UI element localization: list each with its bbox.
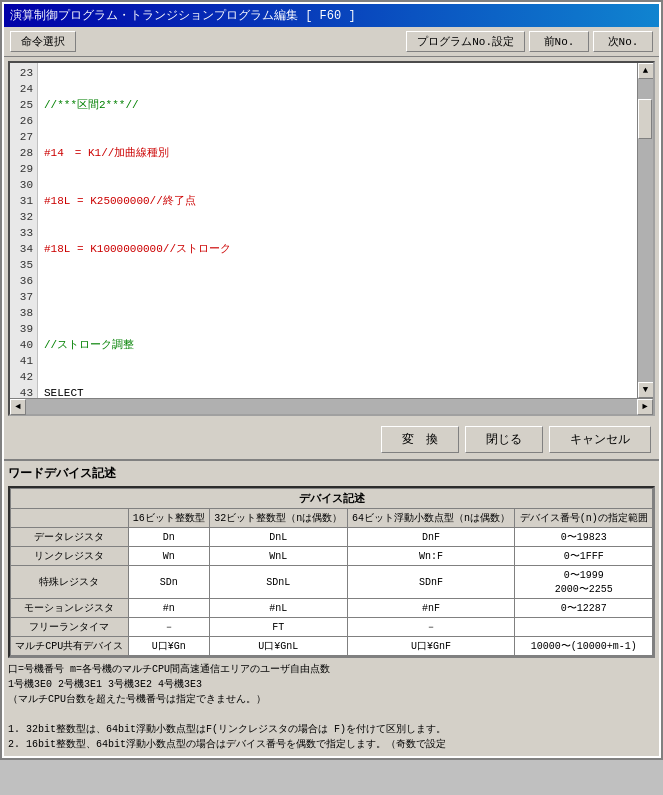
col-32bit: 32ビット整数型（nは偶数）	[209, 509, 347, 528]
cell-ft2: FT	[209, 618, 347, 637]
cell-dnf: DnF	[347, 528, 515, 547]
line-num-26: 26	[14, 113, 33, 129]
line-num-39: 39	[14, 321, 33, 337]
line-num-29: 29	[14, 161, 33, 177]
line-num-24: 24	[14, 81, 33, 97]
scroll-up-button[interactable]: ▲	[638, 63, 654, 79]
line-num-28: 28	[14, 145, 33, 161]
note-line-2: 1号機3E0 2号機3E1 3号機3E2 4号機3E3	[8, 677, 655, 692]
program-no-button[interactable]: プログラムNo.設定	[406, 31, 525, 52]
prev-no-button[interactable]: 前No.	[529, 31, 589, 52]
editor-inner: 23 24 25 26 27 28 29 30 31 32 33 34	[10, 63, 653, 398]
cell-sdnf: SDnF	[347, 566, 515, 599]
cell-range-2: 0〜1FFF	[515, 547, 653, 566]
cell-hashtagn: #n	[128, 599, 209, 618]
line-num-32: 32	[14, 209, 33, 225]
line-num-37: 37	[14, 289, 33, 305]
col-16bit: 16ビット整数型	[128, 509, 209, 528]
window-title: 演算制御プログラム・トランジションプログラム編集 [ F60 ]	[10, 7, 356, 24]
line-num-41: 41	[14, 353, 33, 369]
line-num-36: 36	[14, 273, 33, 289]
cell-hashtagnf: #nF	[347, 599, 515, 618]
note-line-3: （マルチCPU台数を超えた号機番号は指定できません。）	[8, 692, 655, 707]
row-data-register: データレジスタ	[11, 528, 129, 547]
row-motion-register: モーションレジスタ	[11, 599, 129, 618]
main-window: 演算制御プログラム・トランジションプログラム編集 [ F60 ] 命令選択 プロ…	[0, 0, 663, 760]
code-scroll-area[interactable]: 23 24 25 26 27 28 29 30 31 32 33 34	[10, 63, 637, 398]
cell-dn: Dn	[128, 528, 209, 547]
note-line-5: 2. 16bit整数型、64bit浮動小数点型の場合はデバイス番号を偶数で指定し…	[8, 737, 655, 752]
cancel-button[interactable]: キャンセル	[549, 426, 651, 453]
line-num-38: 38	[14, 305, 33, 321]
note-line-1: 口=号機番号 m=各号機のマルチCPU間高速通信エリアのユーザ自由点数	[8, 662, 655, 677]
col-device-name	[11, 509, 129, 528]
line-num-25: 25	[14, 97, 33, 113]
cell-wn: Wn	[128, 547, 209, 566]
cell-range-3: 0〜19992000〜2255	[515, 566, 653, 599]
code-line-27	[44, 289, 631, 305]
next-no-button[interactable]: 次No.	[593, 31, 653, 52]
table-row: モーションレジスタ #n #nL #nF 0〜12287	[11, 599, 653, 618]
cell-wnf: Wn:F	[347, 547, 515, 566]
code-area: 23 24 25 26 27 28 29 30 31 32 33 34	[10, 63, 637, 398]
note-gap	[8, 707, 655, 722]
code-line-23: //***区間2***//	[44, 97, 631, 113]
line-num-27: 27	[14, 129, 33, 145]
vertical-scrollbar[interactable]: ▲ ▼	[637, 63, 653, 398]
cell-wnl: WnL	[209, 547, 347, 566]
line-num-31: 31	[14, 193, 33, 209]
panel-title: ワードデバイス記述	[8, 465, 655, 482]
line-num-33: 33	[14, 225, 33, 241]
scroll-track[interactable]	[638, 79, 653, 382]
scroll-thumb[interactable]	[638, 99, 652, 139]
row-link-register: リンクレジスタ	[11, 547, 129, 566]
code-line-26: #18L = K1000000000//ストローク	[44, 241, 631, 257]
line-num-42: 42	[14, 369, 33, 385]
cell-ft3: －	[347, 618, 515, 637]
horizontal-scrollbar[interactable]: ◄ ►	[10, 398, 653, 414]
line-num-40: 40	[14, 337, 33, 353]
row-special-register: 特殊レジスタ	[11, 566, 129, 599]
code-line-28: //ストローク調整	[44, 337, 631, 353]
cell-range-1: 0〜19823	[515, 528, 653, 547]
line-num-35: 35	[14, 257, 33, 273]
code-line-25: #18L = K25000000//終了点	[44, 193, 631, 209]
table-row: マルチCPU共有デバイス U口¥Gn U口¥GnL U口¥GnF 10000〜(…	[11, 637, 653, 656]
line-num-23: 23	[14, 65, 33, 81]
row-freelan-timer: フリーランタイマ	[11, 618, 129, 637]
scroll-left-button[interactable]: ◄	[10, 399, 26, 415]
cell-range-6: 10000〜(10000+m-1)	[515, 637, 653, 656]
cell-ft1: －	[128, 618, 209, 637]
note-line-4: 1. 32bit整数型は、64bit浮動小数点型はF(リンクレジスタの場合は F…	[8, 722, 655, 737]
line-num-30: 30	[14, 177, 33, 193]
cell-dnl: DnL	[209, 528, 347, 547]
scroll-right-button[interactable]: ►	[637, 399, 653, 415]
cell-sdn: SDn	[128, 566, 209, 599]
cell-range-4: 0〜12287	[515, 599, 653, 618]
h-scroll-track[interactable]	[26, 399, 637, 414]
cell-ugnl: U口¥GnL	[209, 637, 347, 656]
button-row: 変 換 閉じる キャンセル	[4, 420, 659, 459]
convert-button[interactable]: 変 換	[381, 426, 459, 453]
col-64bit: 64ビット浮動小数点型（nは偶数）	[347, 509, 515, 528]
table-row: データレジスタ Dn DnL DnF 0〜19823	[11, 528, 653, 547]
command-select-button[interactable]: 命令選択	[10, 31, 76, 52]
line-num-34: 34	[14, 241, 33, 257]
close-button[interactable]: 閉じる	[465, 426, 543, 453]
table-header-row: 16ビット整数型 32ビット整数型（nは偶数） 64ビット浮動小数点型（nは偶数…	[11, 509, 653, 528]
notes-section: 口=号機番号 m=各号機のマルチCPU間高速通信エリアのユーザ自由点数 1号機3…	[8, 662, 655, 752]
device-table-container: デバイス記述 16ビット整数型 32ビット整数型（nは偶数） 64ビット浮動小数…	[8, 486, 655, 658]
cell-ugn: U口¥Gn	[128, 637, 209, 656]
col-range: デバイス番号(n)の指定範囲	[515, 509, 653, 528]
table-row: 特殊レジスタ SDn SDnL SDnF 0〜19992000〜2255	[11, 566, 653, 599]
table-row: リンクレジスタ Wn WnL Wn:F 0〜1FFF	[11, 547, 653, 566]
bottom-panel: ワードデバイス記述 デバイス記述 16ビット整数型 32ビット整数型（nは偶数）…	[4, 459, 659, 756]
line-numbers: 23 24 25 26 27 28 29 30 31 32 33 34	[10, 63, 38, 398]
row-multi-cpu: マルチCPU共有デバイス	[11, 637, 129, 656]
scroll-down-button[interactable]: ▼	[638, 382, 654, 398]
cell-ugnf: U口¥GnF	[347, 637, 515, 656]
code-line-29: SELECT	[44, 385, 631, 398]
toolbar: 命令選択 プログラムNo.設定 前No. 次No.	[4, 27, 659, 57]
table-caption: デバイス記述	[10, 488, 653, 508]
line-num-43: 43	[14, 385, 33, 398]
